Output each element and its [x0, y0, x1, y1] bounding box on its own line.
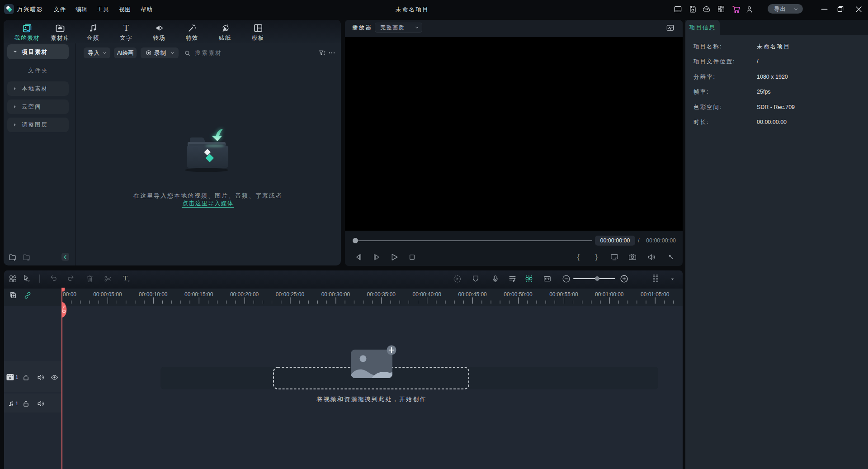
svg-text:00:01:00:00: 00:01:00:00 — [595, 291, 624, 298]
svg-text:00:00:05:00: 00:00:05:00 — [93, 291, 122, 298]
svg-text:00:00:50:00: 00:00:50:00 — [504, 291, 533, 298]
svg-text:00:00:10:00: 00:00:10:00 — [139, 291, 168, 298]
svg-text:00:00:15:00: 00:00:15:00 — [184, 291, 213, 298]
svg-text:00:00:25:00: 00:00:25:00 — [276, 291, 305, 298]
svg-text:T: T — [123, 23, 129, 32]
svg-text:00:00:45:00: 00:00:45:00 — [458, 291, 487, 298]
svg-text:T: T — [123, 275, 127, 282]
svg-text:00:00:35:00: 00:00:35:00 — [367, 291, 396, 298]
svg-text:00:01:05:00: 00:01:05:00 — [641, 291, 670, 298]
svg-text:00:00:55:00: 00:00:55:00 — [549, 291, 578, 298]
svg-text:00:00:40:00: 00:00:40:00 — [412, 291, 441, 298]
svg-text:00:00:20:00: 00:00:20:00 — [230, 291, 259, 298]
svg-text:00:00:30:00: 00:00:30:00 — [321, 291, 350, 298]
